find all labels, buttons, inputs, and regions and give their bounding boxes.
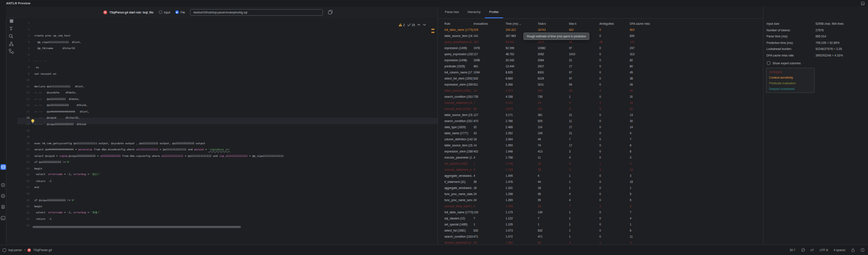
tab-profiler[interactable]: Profiler (485, 7, 503, 18)
column-header-time-ms-[interactable]: Time (ms) ⌄ (506, 22, 521, 26)
checkbox-box[interactable] (767, 61, 770, 65)
code-line[interactable]: 24begin (17, 165, 42, 172)
profiler-row[interactable]: aggregate_windowed...41.4954103 (438, 173, 763, 179)
profiler-row[interactable]: full_column_name (17...10948.63583019704… (438, 70, 763, 76)
code-line[interactable]: 3create proc up_com_test (17, 33, 70, 39)
code-line[interactable]: 32 return -1 (17, 215, 52, 222)
code-line[interactable]: 15—— —— @a4444444444444444 dtint, (17, 108, 89, 115)
error-stripe-mark[interactable] (431, 32, 434, 33)
code-line[interactable]: 9set nocount on (17, 70, 56, 77)
code-line[interactable]: 17—— —— @vipa333333333333 dtkind (17, 121, 86, 127)
structure-tree-icon[interactable] (9, 49, 14, 54)
code-line[interactable]: 26 return -1 (17, 178, 52, 184)
code-line[interactable]: 27end (17, 184, 39, 191)
code-line[interactable]: 10 (17, 76, 34, 83)
code-line[interactable]: 25 select errorcode = -1, errormsg = '执行… (17, 172, 101, 178)
profiler-row[interactable]: table_source_item (16...141167.983152091… (438, 33, 763, 39)
intention-bulb-icon[interactable] (31, 119, 35, 123)
profiler-row[interactable]: select_list_elem (1592)6326.669612997038 (438, 76, 763, 82)
search-icon[interactable] (9, 34, 13, 39)
notifications-icon[interactable] (861, 248, 865, 252)
profiler-row[interactable]: func_proc_name_data...241.29895405 (438, 191, 763, 197)
profiler-row[interactable]: full_table_name (1773)1391.179139107 (438, 209, 763, 215)
profiler-row[interactable]: func_proc_name_serv...241.28995405 (438, 197, 763, 203)
code-line[interactable]: 12—— —— @sysdate dtdate, (17, 89, 77, 96)
profiler-row[interactable]: table_source_item (15...1273.17138121013 (438, 112, 763, 118)
line-ending-indicator[interactable]: LF (811, 248, 814, 252)
profiler-row[interactable]: execute_body (1140)823.8751318862 (438, 106, 763, 112)
code-line[interactable]: 29if @vipa333333333333 !='0' (17, 197, 75, 203)
profiler-row[interactable]: set_special (1483)11.74816519 (438, 161, 763, 167)
unlock-icon[interactable] (851, 248, 855, 252)
panel-options-icon[interactable] (861, 2, 865, 5)
breadcrumb-project[interactable]: tsql-parser (8, 248, 22, 252)
profiler-row[interactable]: sql_clauses (12)71.1227104 (438, 215, 763, 222)
profiler-row[interactable]: query_expression (1527)11748.76120621910… (438, 51, 763, 57)
profiler-row[interactable]: execute_parameter (1...41.75811403 (438, 155, 763, 161)
run-tool-icon[interactable] (0, 182, 6, 188)
next-problem-icon[interactable] (423, 23, 426, 26)
code-line[interactable]: 21select @a4444444444444444 = paravalue … (17, 146, 230, 152)
profiler-row[interactable]: data_type (1829)322.48811417014 (438, 124, 763, 130)
code-line[interactable]: 11declare @a1111111111111 dtint, (17, 83, 85, 89)
no-wrap-icon[interactable] (801, 248, 805, 252)
profiler-row[interactable]: expression (1498)199820.342206421082 (438, 57, 763, 63)
code-line[interactable]: 1 (17, 20, 34, 26)
indent-indicator[interactable]: 4 spaces (834, 248, 845, 252)
error-stripe-mark[interactable] (431, 29, 434, 30)
profiler-row[interactable]: execute_statement_a...31.733389316 (438, 167, 763, 173)
code-line[interactable]: 20exec nb_com_getsysconfig @a11111111111… (17, 140, 205, 146)
stop-icon[interactable] (10, 19, 13, 23)
profiler-row[interactable]: table_name (1777)332.2521992109 (438, 130, 763, 136)
column-header-max-k[interactable]: Max k (569, 22, 576, 26)
input-radio-dot[interactable] (159, 10, 162, 14)
profiler-row[interactable]: execute_body_batch (...31.19628728 (438, 203, 763, 209)
breadcrumb-file[interactable]: TSqlParser.g4 (33, 248, 52, 252)
profiler-row[interactable]: expression_elem (1589)4021.948413308 (438, 149, 763, 155)
prev-problem-icon[interactable] (417, 23, 421, 26)
profiler-row[interactable]: predicate (1525)46113.444292717080 (438, 63, 763, 70)
caret-position[interactable]: 30:7 (789, 248, 795, 252)
code-line[interactable]: 33 (17, 222, 34, 229)
tab-parse-tree[interactable]: Parse tree (441, 7, 463, 18)
profiler-row[interactable]: set_special (1485)11.1051101 (438, 222, 763, 228)
input-radio[interactable]: Input (159, 10, 170, 14)
code-line[interactable]: 22select @vipid = vipid,@vipa33333333333… (17, 152, 283, 159)
antlr-preview-tool-icon[interactable] (0, 164, 6, 170)
column-header-total-k[interactable]: Total k (538, 22, 546, 26)
column-header-invocations[interactable]: Invocations (473, 22, 488, 26)
profiler-row[interactable]: expression_elem (1590)6115.266321199026 (438, 82, 763, 88)
column-header-ambiguities[interactable]: Ambiguities (599, 22, 614, 26)
column-header-rule[interactable]: Rule (444, 22, 450, 26)
column-header-dfa-cache-miss[interactable]: DFA cache miss (630, 22, 650, 26)
profiler-row[interactable]: query_specification (1...10453.911210448… (438, 39, 763, 45)
profiler-row[interactable]: execute_statement (4...74.101299216 (438, 100, 763, 106)
encoding-indicator[interactable]: UTF-8 (820, 248, 828, 252)
profiler-row[interactable]: aggregate_windowed...181.33118101 (438, 185, 763, 191)
code-line[interactable]: 19 (17, 133, 34, 140)
profiler-row[interactable]: search_condition (1519)7354.1587351031 (438, 94, 763, 100)
code-line[interactable]: 16 —— @vipid dtchar32, (17, 115, 80, 121)
code-line[interactable]: 6 (17, 51, 34, 58)
horizontal-scrollbar-thumb[interactable] (33, 226, 241, 228)
code-line[interactable]: 30begin (17, 203, 42, 209)
code-line[interactable]: 8 as (17, 64, 39, 70)
show-expert-columns-checkbox[interactable]: Show expert columns (767, 61, 801, 65)
code-line[interactable]: 7-- -- -- (17, 58, 47, 64)
code-line[interactable]: 4 @p_vipa1111111111111 dtint, (17, 39, 81, 45)
input-file-path-field[interactable]: ebelice/Github/tsql-parser/examples/big.… (190, 9, 323, 16)
profiler-row[interactable]: expression (1495)197852.99910982970237 (438, 45, 763, 51)
services-tool-icon[interactable] (0, 204, 6, 209)
profiler-row[interactable]: full_table_name (1775)925294.32216743662… (438, 27, 763, 33)
profiler-row[interactable]: search_condition (1516)4711.0724711011 (438, 234, 763, 240)
code-line[interactable]: 13—— —— @a2222222222 dtdate, (17, 96, 80, 102)
code-line[interactable]: 18 (17, 127, 34, 134)
code-line[interactable]: 31 select errorcode = -1, errormsg = '准备… (17, 209, 101, 216)
inspection-widget[interactable]: 2 23 (398, 22, 426, 27)
profiler-row[interactable]: table_sources (1551)144.97934026446 (438, 88, 763, 94)
profiler-row[interactable]: select_list (1581)6321.073632106 (438, 228, 763, 234)
scroll-to-source-icon[interactable] (9, 26, 13, 31)
code-line[interactable]: 28 (17, 190, 34, 197)
browse-file-icon[interactable] (328, 10, 332, 14)
profiler-row[interactable]: column_definition (1421)182.06449707 (438, 136, 763, 142)
